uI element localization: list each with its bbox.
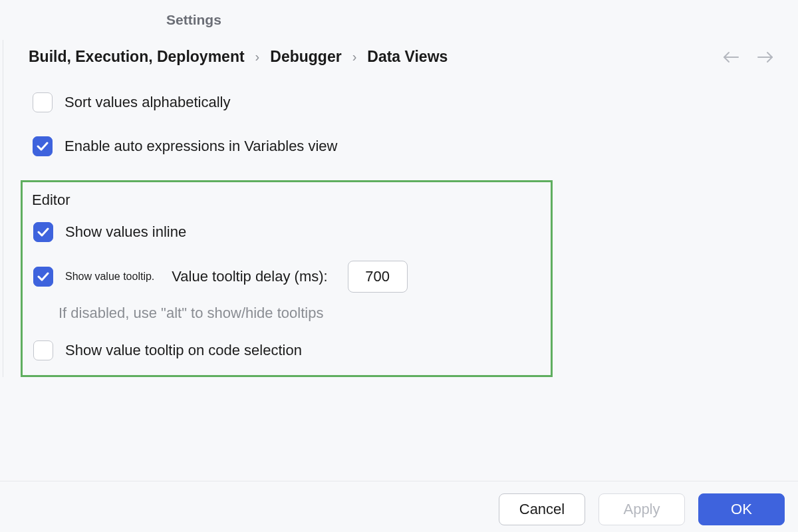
settings-title: Settings bbox=[0, 0, 798, 40]
editor-group-title: Editor bbox=[32, 192, 540, 209]
cancel-button[interactable]: Cancel bbox=[499, 493, 585, 525]
auto-expr-checkbox[interactable] bbox=[33, 136, 53, 156]
back-arrow-icon[interactable] bbox=[722, 51, 739, 64]
breadcrumb-item-build[interactable]: Build, Execution, Deployment bbox=[29, 48, 245, 66]
tooltip-hint: If disabled, use "alt" to show/hide tool… bbox=[59, 305, 540, 322]
editor-group-highlight: Editor Show values inline Show value too… bbox=[21, 180, 553, 377]
sort-alpha-label: Sort values alphabetically bbox=[65, 94, 230, 111]
show-inline-checkbox[interactable] bbox=[33, 222, 53, 242]
chevron-right-icon: › bbox=[352, 49, 357, 65]
chevron-right-icon: › bbox=[255, 49, 260, 65]
show-inline-label: Show values inline bbox=[65, 223, 186, 241]
forward-arrow-icon[interactable] bbox=[757, 51, 774, 64]
tooltip-delay-label: Value tooltip delay (ms): bbox=[172, 268, 327, 285]
tooltip-delay-input[interactable] bbox=[348, 261, 408, 293]
ok-button[interactable]: OK bbox=[698, 493, 785, 525]
tooltip-selection-checkbox[interactable] bbox=[33, 340, 53, 360]
dialog-footer: Cancel Apply OK bbox=[0, 481, 798, 532]
tooltip-selection-label: Show value tooltip on code selection bbox=[65, 342, 302, 359]
breadcrumb-item-dataviews[interactable]: Data Views bbox=[367, 48, 448, 66]
breadcrumb: Build, Execution, Deployment › Debugger … bbox=[29, 48, 448, 66]
show-tooltip-label: Show value tooltip. bbox=[65, 271, 154, 283]
show-tooltip-checkbox[interactable] bbox=[33, 267, 53, 287]
breadcrumb-item-debugger[interactable]: Debugger bbox=[270, 48, 341, 66]
apply-button[interactable]: Apply bbox=[598, 493, 685, 525]
auto-expr-label: Enable auto expressions in Variables vie… bbox=[65, 138, 338, 155]
sort-alpha-checkbox[interactable] bbox=[33, 92, 53, 112]
